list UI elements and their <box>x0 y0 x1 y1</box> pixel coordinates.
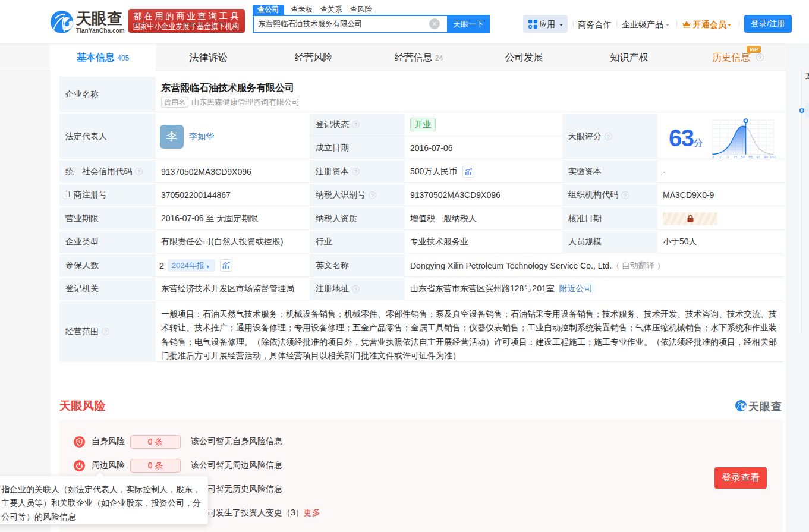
svg-text:50: 50 <box>741 155 745 159</box>
svg-text:15: 15 <box>734 155 738 159</box>
svg-text:3: 3 <box>727 155 729 159</box>
svg-text:0: 0 <box>712 155 714 159</box>
svg-text:1: 1 <box>719 155 722 159</box>
svg-text:85: 85 <box>748 155 753 159</box>
svg-text:100: 100 <box>769 155 776 159</box>
svg-text:97: 97 <box>756 155 760 159</box>
svg-text:99: 99 <box>764 155 768 159</box>
